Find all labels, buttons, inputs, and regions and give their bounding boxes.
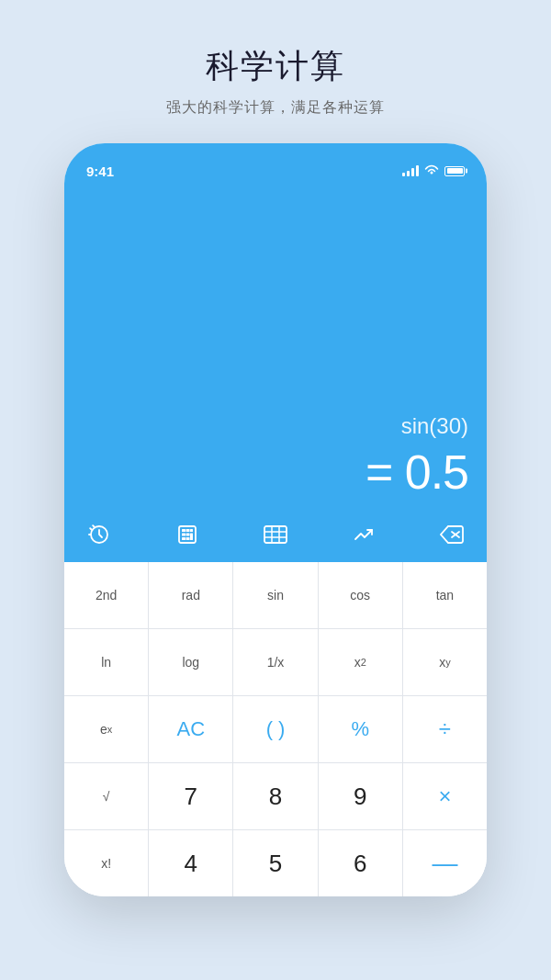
keypad: 2nd rad sin cos tan ln log 1/x x2 xy ex … [64, 562, 487, 896]
key-row-1: 2nd rad sin cos tan [64, 562, 487, 629]
svg-rect-9 [264, 526, 287, 543]
key-1x[interactable]: 1/x [233, 629, 318, 695]
key-factorial[interactable]: x! [64, 830, 149, 896]
wifi-icon [424, 163, 439, 178]
key-9[interactable]: 9 [319, 763, 403, 829]
key-multiply[interactable]: × [403, 763, 487, 829]
key-parens[interactable]: ( ) [233, 696, 318, 762]
table-button[interactable] [259, 518, 292, 551]
status-bar: 9:41 [64, 143, 487, 187]
key-x2[interactable]: x2 [319, 629, 403, 695]
key-8[interactable]: 8 [233, 763, 318, 829]
svg-rect-7 [182, 537, 186, 540]
key-sqrt[interactable]: √ [64, 763, 149, 829]
page-header: 科学计算 强大的科学计算，满足各种运算 [166, 0, 385, 118]
key-xy[interactable]: xy [403, 629, 487, 695]
svg-rect-4 [182, 534, 186, 536]
key-row-2: ln log 1/x x2 xy [64, 629, 487, 696]
page-title: 科学计算 [166, 44, 385, 89]
key-5[interactable]: 5 [233, 830, 318, 896]
key-6[interactable]: 6 [319, 830, 403, 896]
delete-button[interactable] [435, 518, 468, 551]
svg-rect-5 [186, 534, 190, 536]
expression-display: sin(30) [83, 413, 468, 439]
status-icons [402, 163, 465, 178]
battery-icon [444, 166, 465, 176]
key-tan[interactable]: tan [403, 562, 487, 628]
key-percent[interactable]: % [319, 696, 403, 762]
key-cos[interactable]: cos [319, 562, 403, 628]
trend-button[interactable] [347, 518, 380, 551]
phone-frame: 9:41 sin(30) = 0.5 [64, 143, 487, 896]
svg-rect-1 [182, 529, 186, 532]
key-ac[interactable]: AC [149, 696, 233, 762]
key-row-3: ex AC ( ) % ÷ [64, 696, 487, 763]
calculator-button[interactable] [171, 518, 204, 551]
svg-rect-6 [190, 534, 193, 541]
signal-bars-icon [402, 165, 419, 176]
key-subtract[interactable]: — [403, 830, 487, 896]
key-2nd[interactable]: 2nd [64, 562, 149, 628]
key-ex[interactable]: ex [64, 696, 149, 762]
key-sin[interactable]: sin [233, 562, 318, 628]
svg-rect-8 [186, 537, 190, 540]
page-subtitle: 强大的科学计算，满足各种运算 [166, 98, 385, 118]
key-4[interactable]: 4 [149, 830, 233, 896]
toolbar [64, 511, 487, 562]
status-time: 9:41 [86, 163, 114, 179]
history-button[interactable] [83, 518, 116, 551]
result-display: = 0.5 [83, 445, 468, 500]
key-log[interactable]: log [149, 629, 233, 695]
key-row-4: √ 7 8 9 × [64, 763, 487, 830]
svg-rect-3 [190, 529, 193, 532]
key-row-5: x! 4 5 6 — [64, 830, 487, 896]
display-area: sin(30) = 0.5 [64, 187, 487, 511]
key-divide[interactable]: ÷ [403, 696, 487, 762]
svg-rect-2 [186, 529, 190, 532]
key-7[interactable]: 7 [149, 763, 233, 829]
key-rad[interactable]: rad [149, 562, 233, 628]
key-ln[interactable]: ln [64, 629, 149, 695]
